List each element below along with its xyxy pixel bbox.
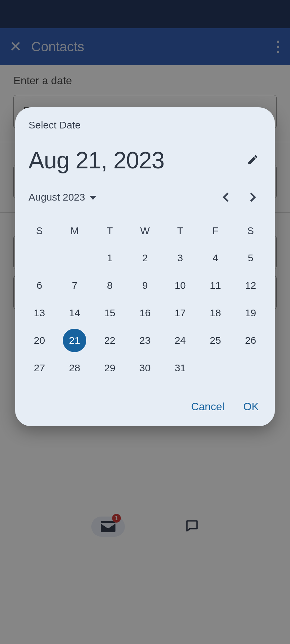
calendar-day[interactable]: 14	[57, 299, 92, 327]
weekday-label: S	[233, 217, 268, 244]
calendar-day[interactable]: 5	[233, 244, 268, 272]
calendar-day[interactable]: 22	[92, 327, 128, 354]
calendar-day[interactable]: 7	[57, 272, 92, 299]
calendar-day[interactable]: 17	[162, 299, 198, 327]
calendar-day[interactable]: 30	[128, 354, 163, 382]
weekday-header-row: SMTWTFS	[22, 217, 268, 244]
cancel-button[interactable]: Cancel	[191, 400, 225, 413]
calendar-day[interactable]: 2	[128, 244, 163, 272]
dialog-title: Select Date	[29, 119, 261, 131]
chevron-right-icon	[249, 192, 256, 202]
calendar-day[interactable]: 27	[22, 354, 57, 382]
calendar-day[interactable]: 6	[22, 272, 57, 299]
weekday-label: M	[57, 217, 92, 244]
ok-button[interactable]: OK	[243, 400, 259, 413]
calendar-day[interactable]: 28	[57, 354, 92, 382]
calendar-day[interactable]: 8	[92, 272, 128, 299]
next-month-button[interactable]	[245, 190, 260, 205]
calendar-day[interactable]: 19	[233, 299, 268, 327]
calendar-day[interactable]: 10	[162, 272, 198, 299]
calendar-day[interactable]: 12	[233, 272, 268, 299]
calendar-day[interactable]: 11	[198, 272, 233, 299]
weekday-label: W	[128, 217, 163, 244]
calendar-day[interactable]: 1	[92, 244, 128, 272]
calendar-day[interactable]: 4	[198, 244, 233, 272]
weekday-label: T	[162, 217, 198, 244]
calendar-day[interactable]: 3	[162, 244, 198, 272]
edit-icon[interactable]	[247, 154, 259, 167]
selected-date-display: Aug 21, 2023	[29, 147, 164, 174]
month-year-label: August 2023	[29, 192, 85, 203]
calendar-day[interactable]: 29	[92, 354, 128, 382]
calendar-day[interactable]: 25	[198, 327, 233, 354]
dialog-actions: Cancel OK	[15, 382, 275, 416]
calendar-day[interactable]: 26	[233, 327, 268, 354]
calendar-day[interactable]: 9	[128, 272, 163, 299]
calendar-day[interactable]: 18	[198, 299, 233, 327]
date-picker-dialog: Select Date Aug 21, 2023 August 2023	[15, 107, 275, 426]
chevron-down-icon	[90, 196, 96, 200]
weekday-label: F	[198, 217, 233, 244]
prev-month-button[interactable]	[219, 190, 233, 205]
calendar-day[interactable]: 21	[57, 327, 92, 354]
calendar-day[interactable]: 31	[162, 354, 198, 382]
calendar-day[interactable]: 23	[128, 327, 163, 354]
calendar-day[interactable]: 15	[92, 299, 128, 327]
calendar-day[interactable]: 20	[22, 327, 57, 354]
month-year-selector[interactable]: August 2023	[29, 192, 96, 203]
chevron-left-icon	[223, 192, 229, 202]
weekday-label: T	[92, 217, 128, 244]
day-grid: 1234567891011121314151617181920212223242…	[22, 244, 268, 382]
calendar-day[interactable]: 16	[128, 299, 163, 327]
calendar-day[interactable]: 24	[162, 327, 198, 354]
weekday-label: S	[22, 217, 57, 244]
calendar: SMTWTFS 12345678910111213141516171819202…	[15, 217, 275, 382]
calendar-day[interactable]: 13	[22, 299, 57, 327]
